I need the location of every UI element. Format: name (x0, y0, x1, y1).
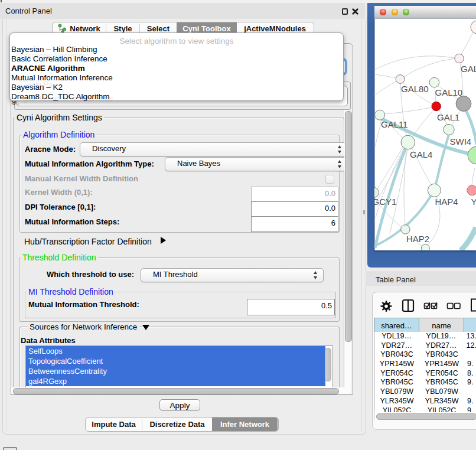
svg-text:GAL10: GAL10 (435, 87, 463, 97)
svg-text:GAL1: GAL1 (437, 112, 459, 122)
svg-text:GAL80: GAL80 (401, 84, 429, 94)
svg-text:GAL4: GAL4 (410, 149, 432, 159)
svg-text:HAP4: HAP4 (435, 197, 458, 207)
svg-text:YJ: YJ (471, 197, 476, 207)
svg-text:GAL11: GAL11 (381, 119, 408, 129)
svg-text:GCY1: GCY1 (374, 197, 396, 207)
svg-text:GAL7: GAL7 (461, 64, 476, 74)
svg-text:SWI4: SWI4 (450, 136, 472, 146)
svg-text:HAP2: HAP2 (406, 234, 429, 244)
